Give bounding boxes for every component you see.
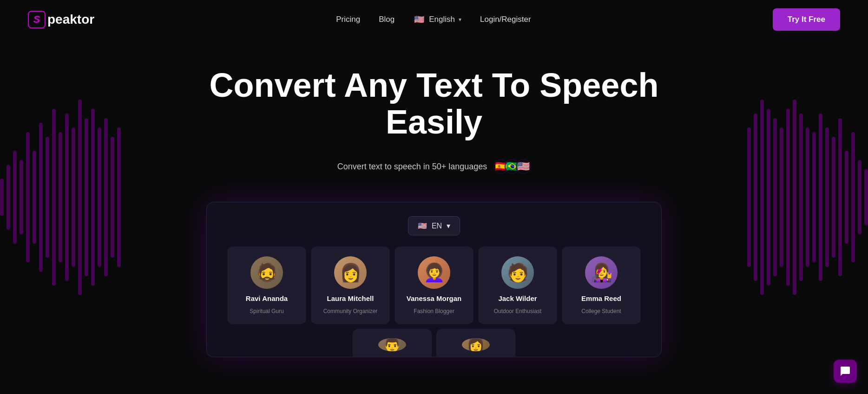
blog-link[interactable]: Blog [379,15,395,24]
lang-dropdown-code: EN [432,222,442,230]
voice-card-jack[interactable]: 🧑 Jack Wilder Outdoor Enthusiast [478,247,557,324]
lang-selector-row: 🇺🇸 EN ▾ [221,216,647,235]
lang-flag: 🇺🇸 [413,13,425,26]
hero-content: Convert Any Text To Speech Easily Conver… [0,39,868,188]
lang-label: English [429,15,455,24]
navbar: S peaktor Pricing Blog 🇺🇸 English ▾ Logi… [0,0,868,39]
try-free-button[interactable]: Try It Free [773,8,840,31]
voice-role: College Student [581,308,621,314]
avatar: 👩‍🦱 [418,256,450,289]
voice-card-vanessa[interactable]: 👩‍🦱 Vanessa Morgan Fashion Blogger [395,247,473,324]
logo-text: peaktor [47,12,94,27]
voice-name: Jack Wilder [498,294,537,302]
avatar: 👨 [378,338,406,351]
logo-icon: S [28,11,46,28]
avatar: 🧑 [501,256,534,289]
chevron-down-icon: ▾ [459,16,461,23]
voice-name: Emma Reed [581,294,621,302]
voice-role: Community Organizer [323,308,378,314]
voice-card-partial-partial2[interactable]: 👩 [436,329,515,357]
voice-name: Laura Mitchell [327,294,374,302]
voice-card-partial-partial1[interactable]: 👨 [353,329,432,357]
login-link[interactable]: Login/Register [480,15,531,24]
flag-group: 🇪🇸 🇧🇷 🇺🇸 [493,159,531,174]
logo[interactable]: S peaktor [28,11,94,28]
chat-icon [840,366,851,377]
avatar: 🧔 [250,256,283,289]
voice-role: Spiritual Guru [250,308,283,314]
pricing-link[interactable]: Pricing [336,15,360,24]
flag-us: 🇺🇸 [516,159,531,174]
voice-card-ravi[interactable]: 🧔 Ravi Ananda Spiritual Guru [227,247,306,324]
avatar: 👩 [334,256,367,289]
hero-title: Convert Any Text To Speech Easily [178,67,690,140]
avatar: 👩 [462,338,490,351]
nav-links: Pricing Blog 🇺🇸 English ▾ Login/Register [336,13,531,26]
voice-card-emma[interactable]: 👩‍🎤 Emma Reed College Student [562,247,641,324]
app-demo: 🇺🇸 EN ▾ 🧔 Ravi Ananda Spiritual Guru 👩 L… [206,202,662,357]
voice-name: Ravi Ananda [246,294,288,302]
voice-role: Outdoor Enthusiast [494,308,542,314]
hero-subtitle: Convert text to speech in 50+ languages … [9,159,859,174]
voice-cards-row: 🧔 Ravi Ananda Spiritual Guru 👩 Laura Mit… [221,247,647,324]
language-dropdown[interactable]: 🇺🇸 EN ▾ [408,216,460,235]
voice-card-laura[interactable]: 👩 Laura Mitchell Community Organizer [311,247,390,324]
hero-subtitle-text: Convert text to speech in 50+ languages [337,162,487,172]
language-selector[interactable]: 🇺🇸 English ▾ [413,13,461,26]
voice-cards-row-2: 👨👩 [221,329,647,357]
hero-section: Convert Any Text To Speech Easily Conver… [0,39,868,357]
avatar: 👩‍🎤 [585,256,618,289]
chat-button[interactable] [834,360,857,383]
lang-dropdown-chevron: ▾ [447,221,450,230]
lang-dropdown-flag: 🇺🇸 [418,221,427,230]
voice-name: Vanessa Morgan [407,294,461,302]
app-demo-wrapper: 🇺🇸 EN ▾ 🧔 Ravi Ananda Spiritual Guru 👩 L… [0,188,868,357]
voice-role: Fashion Blogger [414,308,454,314]
